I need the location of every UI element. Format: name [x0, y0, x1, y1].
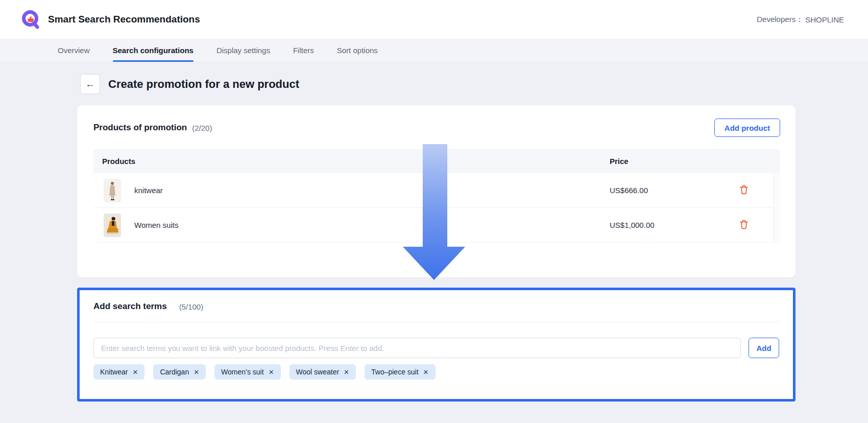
back-button[interactable]: ← — [80, 74, 100, 94]
app-title: Smart Search Recommendations — [48, 14, 200, 25]
search-terms-count-badge: (5/100) — [179, 302, 204, 311]
developers-info: Developers： SHOPLINE — [757, 15, 844, 25]
add-search-terms-card: Add search terms (5/100) Add Knitwear ✕ … — [77, 288, 795, 402]
page-title: Create promotion for a new product — [108, 78, 299, 91]
search-terms-tags: Knitwear ✕ Cardigan ✕ Women’s suit ✕ Woo… — [93, 364, 779, 380]
products-card-title: Products of promotion — [93, 123, 187, 133]
search-terms-input[interactable] — [93, 338, 741, 358]
products-card-header: Products of promotion (2/20) Add product — [93, 119, 780, 137]
developers-label: Developers： — [757, 15, 803, 25]
delete-product-button[interactable] — [738, 220, 750, 231]
table-scrollbar[interactable] — [774, 173, 780, 243]
product-thumbnail-women-suits — [104, 214, 121, 237]
app-logo-icon — [20, 9, 41, 30]
search-term-tag: Knitwear ✕ — [93, 364, 144, 380]
search-term-tag: Two–piece suit ✕ — [365, 364, 436, 380]
search-terms-card-title: Add search terms — [93, 301, 167, 312]
tag-label: Two–piece suit — [371, 368, 419, 376]
search-terms-card-header: Add search terms (5/100) — [93, 301, 779, 322]
column-header-price: Price — [610, 157, 629, 166]
remove-tag-icon[interactable]: ✕ — [423, 369, 429, 375]
search-term-tag: Women’s suit ✕ — [214, 364, 280, 380]
search-terms-input-row: Add — [93, 338, 779, 358]
remove-tag-icon[interactable]: ✕ — [344, 369, 349, 375]
remove-tag-icon[interactable]: ✕ — [269, 369, 274, 375]
product-price: US$1,000.00 — [610, 221, 655, 229]
tab-search-configurations[interactable]: Search configurations — [113, 39, 194, 62]
trash-icon — [738, 219, 750, 231]
tab-sort-options[interactable]: Sort options — [337, 39, 378, 62]
search-term-tag: Cardigan ✕ — [153, 364, 206, 380]
table-row: Women suits US$1,000.00 — [93, 208, 780, 243]
column-header-products: Products — [93, 157, 135, 166]
products-count-badge: (2/20) — [192, 124, 212, 132]
app-header: Smart Search Recommendations Developers：… — [0, 0, 868, 39]
add-product-button[interactable]: Add product — [714, 119, 780, 137]
tab-overview[interactable]: Overview — [58, 39, 90, 62]
delete-product-button[interactable] — [738, 185, 750, 196]
tag-label: Wool sweater — [296, 368, 340, 376]
remove-tag-icon[interactable]: ✕ — [194, 369, 199, 375]
add-term-button[interactable]: Add — [749, 338, 779, 358]
tag-label: Cardigan — [160, 368, 189, 376]
product-thumbnail-knitwear — [104, 179, 121, 202]
product-price: US$666.00 — [610, 186, 648, 195]
search-term-tag: Wool sweater ✕ — [290, 364, 356, 380]
table-row: knitwear US$666.00 — [93, 173, 780, 208]
tag-label: Women’s suit — [221, 368, 264, 376]
products-of-promotion-card: Products of promotion (2/20) Add product… — [77, 105, 795, 277]
tab-bar: Overview Search configurations Display s… — [0, 39, 868, 62]
arrow-left-icon: ← — [85, 79, 95, 90]
page-title-row: ← Create promotion for a new product — [80, 74, 299, 94]
tag-label: Knitwear — [100, 368, 128, 376]
product-name: Women suits — [134, 221, 178, 229]
trash-icon — [738, 184, 750, 197]
table-header-row: Products Price — [93, 149, 780, 173]
developer-name: SHOPLINE — [805, 15, 844, 24]
product-name: knitwear — [134, 186, 163, 195]
tab-filters[interactable]: Filters — [293, 39, 314, 62]
tab-display-settings[interactable]: Display settings — [216, 39, 270, 62]
products-table: Products Price knitwear US$666.00 — [93, 149, 780, 243]
remove-tag-icon[interactable]: ✕ — [132, 369, 138, 375]
